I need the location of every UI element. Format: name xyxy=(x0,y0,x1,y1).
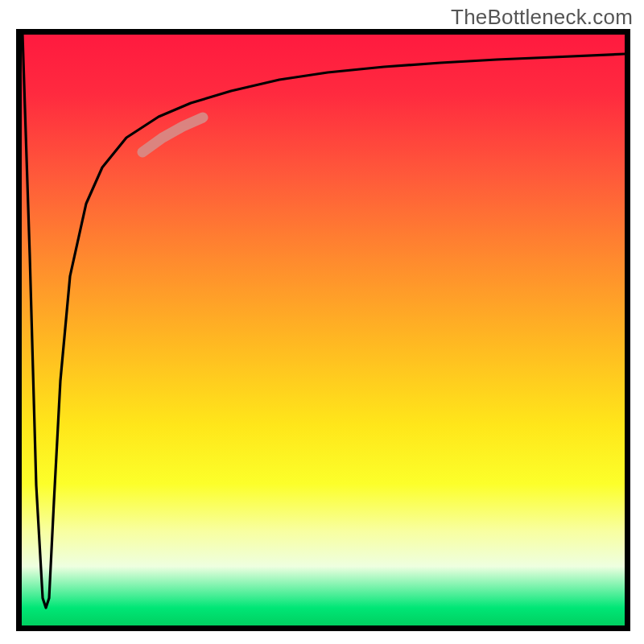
highlight-segment xyxy=(142,118,203,152)
plot-area xyxy=(16,29,630,631)
chart-container: TheBottleneck.com xyxy=(0,0,644,644)
watermark-text: TheBottleneck.com xyxy=(451,5,633,30)
bottleneck-curve xyxy=(22,35,625,625)
curve-path xyxy=(23,35,625,608)
